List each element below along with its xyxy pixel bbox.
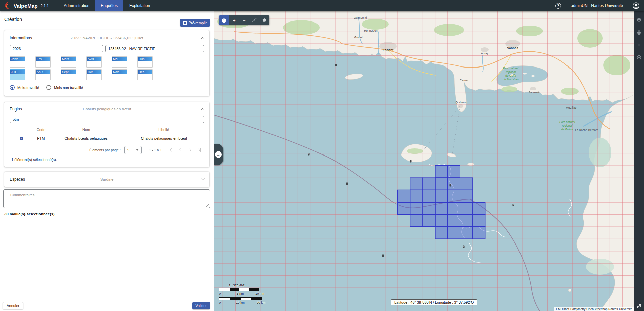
radio-label: Mois travaillé — [17, 86, 39, 90]
selected-cell[interactable] — [398, 190, 410, 202]
radio-selected[interactable]: Mois travaillé — [10, 85, 39, 90]
prefill-button[interactable]: Pré-remplir — [180, 19, 210, 27]
polygon-select-button[interactable] — [259, 15, 269, 25]
first-page-button[interactable] — [170, 148, 173, 152]
month-card[interactable]: Juin — [137, 56, 153, 68]
selected-cell[interactable] — [423, 202, 435, 214]
selected-cell[interactable] — [460, 202, 473, 214]
plus-icon: + — [233, 17, 236, 23]
selected-cell[interactable] — [398, 202, 410, 214]
month-card[interactable]: Mai — [112, 56, 127, 68]
year-field[interactable] — [10, 45, 103, 52]
selected-cell[interactable] — [448, 166, 460, 178]
freehand-select-button[interactable] — [249, 15, 259, 25]
previous-page-button[interactable] — [180, 148, 182, 152]
chevron-up-icon[interactable] — [201, 37, 204, 41]
selected-cell[interactable] — [435, 166, 448, 178]
selection-summary: 1 élément(s) sélectionné(s). — [10, 157, 204, 164]
print-icon[interactable] — [636, 30, 642, 35]
chevron-up-icon[interactable] — [201, 108, 204, 112]
layers-icon[interactable] — [636, 17, 642, 23]
month-label: Fév. — [36, 57, 50, 61]
selected-cell[interactable] — [410, 190, 423, 202]
cursor-coordinates: Latitude : 46° 38.860'N / Longitude : 3°… — [391, 299, 477, 305]
selected-cell[interactable] — [460, 215, 473, 227]
selected-cell[interactable] — [448, 202, 460, 214]
valpemap-logo-icon — [4, 1, 11, 10]
month-label: Avril — [87, 57, 101, 61]
row-checkbox[interactable]: ✓ — [20, 137, 23, 140]
cancel-button[interactable]: Annuler — [3, 302, 23, 309]
nav-item-exploitation[interactable]: Exploitation — [123, 0, 156, 11]
panel-collapse-handle[interactable]: → — [214, 144, 223, 165]
zoom-in-button[interactable]: + — [229, 15, 239, 25]
next-page-button[interactable] — [189, 148, 191, 152]
selected-cell[interactable] — [435, 202, 448, 214]
engin-filter-input[interactable] — [10, 116, 204, 123]
last-page-button[interactable] — [198, 148, 201, 152]
engins-table: Code Nom Libellé ✓ PTM Chaluts-bœufs pél… — [10, 126, 204, 143]
selected-cell[interactable] — [410, 178, 423, 190]
engins-header[interactable]: Engins Chaluts pélagiques en bœuf — [10, 105, 204, 114]
selected-cell[interactable] — [460, 178, 473, 190]
place-label: Muzillac — [566, 106, 577, 109]
help-icon[interactable]: ? — [555, 3, 561, 9]
map-canvas[interactable]: QuimperléHennebontGuidelLorientAurayVann… — [214, 11, 634, 311]
comments-textarea[interactable]: Commentaires — [3, 189, 210, 208]
park-label: régional — [506, 70, 516, 74]
place-label: Carnac — [460, 79, 469, 82]
month-card[interactable]: Sept. — [61, 69, 76, 80]
month-card[interactable]: Août — [35, 69, 51, 80]
selected-cell[interactable] — [448, 215, 460, 227]
informations-header[interactable]: Informations 2023 : NAVIRE FICTIF - 1234… — [10, 34, 204, 42]
resize-grip[interactable] — [206, 204, 209, 207]
nav-item-enquêtes[interactable]: Enquêtes — [95, 0, 123, 11]
selected-cell[interactable] — [410, 202, 423, 214]
selected-cell[interactable] — [448, 190, 460, 202]
scale-tick: 5 nm — [237, 292, 244, 295]
selected-cell[interactable] — [435, 227, 448, 239]
chevron-down-icon[interactable] — [201, 176, 204, 180]
page-size-select[interactable]: 5 — [124, 146, 142, 154]
month-card[interactable]: Nov. — [112, 69, 127, 80]
month-card[interactable]: Avril — [86, 56, 102, 68]
wreck-icon — [450, 184, 451, 187]
pan-tool-button[interactable] — [219, 15, 229, 25]
especes-header[interactable]: Espèces Sardine — [10, 175, 204, 184]
selected-cell[interactable] — [435, 190, 448, 202]
selected-cell[interactable] — [460, 227, 473, 239]
wreck-icon — [410, 160, 412, 163]
radio-option[interactable]: Mois non travaillé — [46, 85, 83, 90]
month-card[interactable]: Mars — [61, 56, 76, 68]
selected-cell[interactable] — [423, 178, 435, 190]
selected-cell[interactable] — [448, 227, 460, 239]
zoom-out-button[interactable]: − — [239, 15, 249, 25]
month-card[interactable]: Oct. — [86, 69, 102, 80]
selected-cell[interactable] — [435, 178, 448, 190]
radio-icon — [46, 85, 51, 90]
selected-cell[interactable] — [435, 215, 448, 227]
selected-cell[interactable] — [473, 202, 485, 214]
month-card[interactable]: Juil. — [10, 69, 25, 80]
selected-cell[interactable] — [460, 190, 473, 202]
nav-item-administration[interactable]: Administration — [58, 0, 95, 11]
selected-cell[interactable] — [410, 215, 423, 227]
expand-diagonal-icon[interactable] — [636, 304, 642, 309]
table-row[interactable]: ✓ PTM Chaluts-bœufs pélagiques Chaluts p… — [10, 134, 204, 143]
geolocation-icon[interactable] — [636, 55, 642, 60]
selected-cell[interactable] — [423, 190, 435, 202]
month-card[interactable]: Janv. — [10, 56, 25, 68]
selected-mesh-cells[interactable] — [398, 166, 485, 239]
selected-cell[interactable] — [473, 227, 485, 239]
vessel-field[interactable] — [105, 45, 204, 52]
selected-cell[interactable] — [423, 215, 435, 227]
selected-cell[interactable] — [448, 178, 460, 190]
month-card[interactable]: Fév. — [35, 56, 51, 68]
validate-button[interactable]: Valider — [192, 302, 210, 309]
month-card[interactable]: Déc. — [137, 69, 153, 80]
account-icon[interactable] — [633, 2, 639, 9]
grid-lines — [214, 11, 634, 311]
park-label: de Brière — [561, 128, 573, 131]
legend-icon[interactable] — [636, 42, 642, 48]
selected-cell[interactable] — [473, 215, 485, 227]
